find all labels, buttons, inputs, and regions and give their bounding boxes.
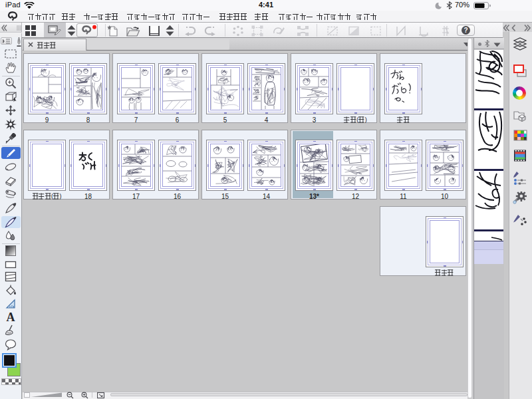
svg-text:A: A — [7, 311, 15, 323]
